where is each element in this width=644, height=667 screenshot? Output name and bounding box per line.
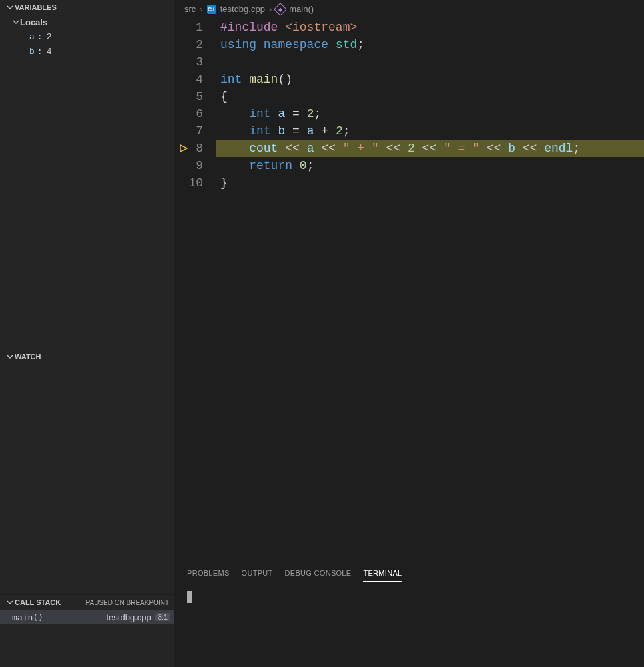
- editor-code-area[interactable]: #include <iostream>using namespace std;i…: [216, 19, 644, 562]
- stack-frame[interactable]: main()testdbg.cpp8:1: [0, 610, 174, 624]
- chevron-right-icon: ›: [269, 4, 272, 14]
- main-area: src › C+ testdbg.cpp › ◆ main() 12345678…: [175, 0, 644, 667]
- chevron-down-icon: [5, 353, 15, 361]
- terminal-content[interactable]: [175, 582, 644, 667]
- code-line[interactable]: #include <iostream>: [216, 19, 644, 36]
- chevron-right-icon: ›: [200, 4, 202, 14]
- locals-header[interactable]: Locals: [0, 15, 174, 29]
- stack-file: testdbg.cpp: [106, 612, 151, 622]
- variables-title: VARIABLES: [15, 3, 57, 11]
- chevron-down-icon: [5, 3, 15, 11]
- method-icon: ◆: [274, 3, 287, 16]
- variable-value: 4: [47, 47, 52, 57]
- code-line[interactable]: using namespace std;: [216, 36, 644, 53]
- breadcrumb-folder[interactable]: src: [184, 4, 196, 14]
- panel-tab-debug-console[interactable]: DEBUG CONSOLE: [285, 566, 352, 582]
- callstack-status: PAUSED ON BREAKPOINT: [86, 599, 169, 606]
- panel-tab-terminal[interactable]: TERMINAL: [363, 566, 402, 582]
- callstack-header[interactable]: CALL STACK PAUSED ON BREAKPOINT: [0, 595, 174, 610]
- variable-name: b: [29, 47, 35, 57]
- code-line[interactable]: {: [216, 88, 644, 105]
- code-editor[interactable]: 12345678910 #include <iostream>using nam…: [175, 19, 644, 562]
- editor-gutter[interactable]: 12345678910: [175, 19, 216, 562]
- stack-pos: 8:1: [155, 613, 170, 621]
- breadcrumb-symbol[interactable]: main(): [289, 4, 314, 14]
- code-line[interactable]: cout << a << " + " << 2 << " = " << b <<…: [216, 140, 644, 157]
- callstack-body: main()testdbg.cpp8:1: [0, 610, 174, 667]
- variables-panel: VARIABLES Locals a:2b:4: [0, 0, 174, 349]
- variable-row[interactable]: a:2: [0, 29, 174, 44]
- breadcrumb-file[interactable]: testdbg.cpp: [220, 4, 265, 14]
- variable-value: 2: [47, 32, 52, 42]
- code-line[interactable]: int a = 2;: [216, 105, 644, 122]
- watch-body[interactable]: [0, 364, 174, 594]
- code-line[interactable]: int b = a + 2;: [216, 122, 644, 140]
- variables-body: Locals a:2b:4: [0, 15, 174, 349]
- bottom-tabs: PROBLEMSOUTPUTDEBUG CONSOLETERMINAL: [175, 562, 644, 582]
- watch-title: WATCH: [15, 353, 41, 361]
- variable-row[interactable]: b:4: [0, 44, 174, 59]
- bottom-panel: PROBLEMSOUTPUTDEBUG CONSOLETERMINAL: [175, 562, 644, 667]
- callstack-panel: CALL STACK PAUSED ON BREAKPOINT main()te…: [0, 595, 174, 667]
- execution-pointer-icon: [179, 143, 188, 154]
- debug-sidebar: VARIABLES Locals a:2b:4 WATCH: [0, 0, 175, 667]
- code-line[interactable]: }: [216, 174, 644, 192]
- callstack-title: CALL STACK: [15, 598, 61, 606]
- chevron-down-icon: [5, 598, 15, 606]
- stack-fn: main(): [12, 612, 43, 622]
- variable-name: a: [29, 32, 35, 42]
- watch-header[interactable]: WATCH: [0, 349, 174, 364]
- cpp-file-icon: C+: [207, 5, 216, 14]
- code-line[interactable]: int main(): [216, 71, 644, 88]
- chevron-down-icon: [12, 18, 20, 26]
- code-line[interactable]: return 0;: [216, 157, 644, 174]
- breadcrumb[interactable]: src › C+ testdbg.cpp › ◆ main(): [175, 0, 644, 19]
- watch-panel: WATCH: [0, 349, 174, 595]
- panel-tab-output[interactable]: OUTPUT: [242, 566, 273, 582]
- code-line[interactable]: [216, 53, 644, 71]
- locals-label: Locals: [20, 17, 47, 27]
- variables-header[interactable]: VARIABLES: [0, 0, 174, 15]
- panel-tab-problems[interactable]: PROBLEMS: [187, 566, 230, 582]
- terminal-cursor: [187, 591, 192, 603]
